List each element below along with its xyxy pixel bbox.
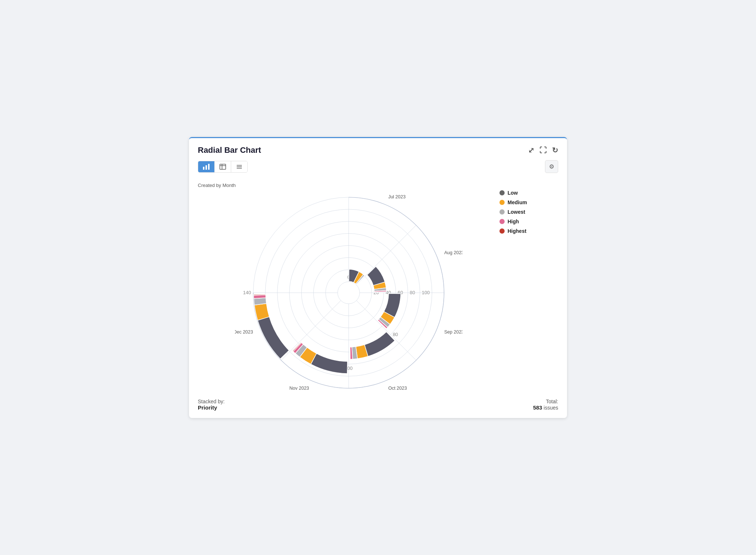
- footer-stacked: Stacked by: Priority: [198, 399, 225, 411]
- footer: Stacked by: Priority Total: 583 issues: [198, 399, 558, 411]
- svg-text:Dec 2023: Dec 2023: [235, 329, 253, 335]
- svg-text:Oct 2023: Oct 2023: [388, 386, 407, 391]
- stacked-by-label: Stacked by:: [198, 399, 225, 404]
- view-switcher: [198, 161, 248, 173]
- legend-label: High: [508, 219, 519, 224]
- expand-icon[interactable]: ⛶: [539, 146, 547, 155]
- legend: LowMediumLowestHighHighest: [499, 179, 558, 392]
- legend-dot: [499, 190, 505, 195]
- legend-dot: [499, 228, 505, 234]
- radial-chart-svg: 20406080100014012010080Jul 2023Aug 2023S…: [235, 179, 462, 392]
- chart-container: 20406080100014012010080Jul 2023Aug 2023S…: [198, 179, 499, 392]
- chart-view-button[interactable]: [198, 161, 215, 172]
- svg-text:100: 100: [422, 290, 430, 295]
- svg-text:Jul 2023: Jul 2023: [388, 194, 406, 199]
- svg-text:80: 80: [410, 290, 415, 295]
- svg-text:Sep 2023: Sep 2023: [444, 329, 462, 335]
- legend-item: Low: [499, 190, 558, 196]
- toolbar: ⚙: [198, 160, 558, 173]
- svg-rect-0: [203, 167, 204, 170]
- refresh-icon[interactable]: ↻: [552, 146, 558, 155]
- svg-line-28: [356, 225, 416, 285]
- chart-area: Created by Month 20406080100014012010080…: [198, 179, 558, 392]
- svg-text:Aug 2023: Aug 2023: [444, 250, 462, 255]
- list-view-button[interactable]: [231, 161, 247, 172]
- total-unit: issues: [544, 405, 558, 411]
- table-view-button[interactable]: [215, 161, 231, 172]
- svg-rect-1: [206, 165, 207, 170]
- svg-text:140: 140: [243, 290, 251, 295]
- svg-text:Nov 2023: Nov 2023: [290, 386, 309, 391]
- legend-item: Medium: [499, 199, 558, 205]
- svg-point-9: [338, 282, 360, 304]
- page-title: Radial Bar Chart: [198, 145, 261, 155]
- header-icons: ⤢ ⛶ ↻: [528, 146, 558, 155]
- card: Radial Bar Chart ⤢ ⛶ ↻ ⚙ Created by Mont…: [189, 137, 567, 418]
- footer-total: Total: 583 issues: [533, 399, 558, 411]
- settings-button[interactable]: ⚙: [545, 160, 558, 173]
- header: Radial Bar Chart ⤢ ⛶ ↻: [198, 145, 558, 155]
- total-label: Total:: [546, 399, 558, 404]
- legend-dot: [499, 200, 505, 205]
- legend-item: Highest: [499, 228, 558, 234]
- legend-label: Highest: [508, 228, 526, 234]
- legend-item: High: [499, 219, 558, 224]
- svg-text:80: 80: [393, 332, 398, 337]
- svg-rect-3: [220, 164, 226, 169]
- collapse-icon[interactable]: ⤢: [528, 146, 534, 155]
- legend-dot: [499, 209, 505, 215]
- legend-label: Medium: [508, 199, 527, 205]
- total-value: 583: [533, 404, 542, 411]
- legend-label: Low: [508, 190, 518, 196]
- legend-label: Lowest: [508, 209, 525, 215]
- svg-rect-2: [208, 164, 210, 170]
- legend-dot: [499, 219, 505, 224]
- legend-item: Lowest: [499, 209, 558, 215]
- stacked-by-value: Priority: [198, 404, 225, 411]
